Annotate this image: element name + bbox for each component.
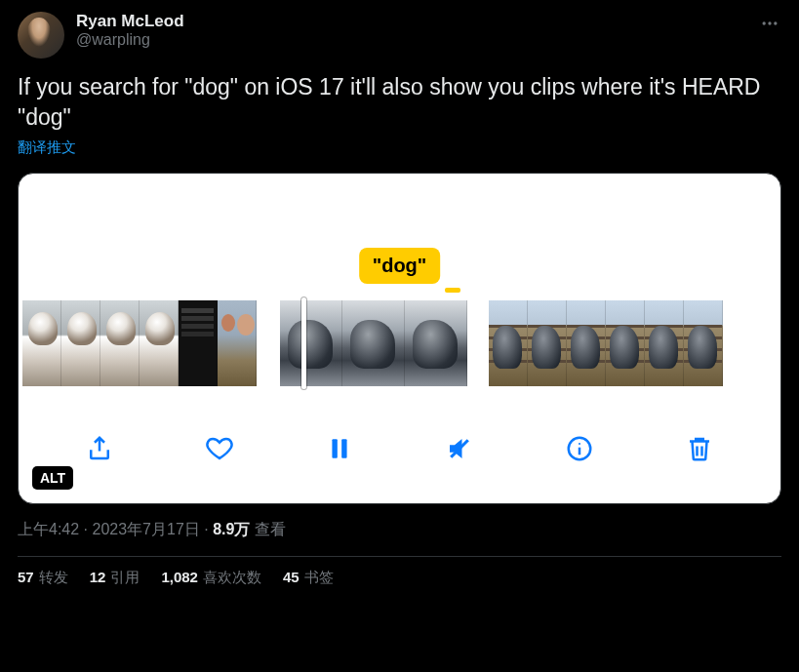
svg-point-0 [763, 21, 766, 24]
search-keyword-pill: "dog" [359, 248, 441, 284]
delete-button[interactable] [678, 427, 721, 470]
display-name: Ryan McLeod [76, 12, 781, 31]
clip-group-3 [489, 300, 723, 386]
svg-point-2 [774, 21, 777, 24]
avatar[interactable] [18, 12, 64, 59]
like-button[interactable] [198, 427, 241, 470]
svg-point-1 [768, 21, 771, 24]
svg-rect-4 [341, 439, 346, 458]
retweets-count: 57 [18, 569, 34, 587]
quotes-count: 12 [90, 569, 106, 587]
video-timeline[interactable] [19, 300, 780, 386]
bookmarks-stat[interactable]: 45 书签 [283, 569, 334, 587]
views-count: 8.9万 [213, 521, 250, 537]
timeline-frame [342, 300, 405, 386]
post-date: 2023年7月17日 [92, 521, 199, 537]
divider [18, 556, 781, 557]
author-names[interactable]: Ryan McLeod @warpling [76, 12, 781, 49]
svg-point-6 [579, 443, 580, 445]
timeline-frame [684, 300, 723, 386]
clip-group-2 [280, 300, 467, 386]
translate-link[interactable]: 翻译推文 [18, 138, 781, 157]
timeline-frame [22, 300, 61, 386]
timeline-frame [606, 300, 645, 386]
mute-button[interactable] [438, 427, 481, 470]
tweet-container: Ryan McLeod @warpling If you search for … [0, 0, 799, 587]
media-toolbar [19, 421, 780, 476]
tweet-text: If you search for "dog" on iOS 17 it'll … [18, 72, 781, 133]
playhead[interactable] [301, 297, 306, 389]
quotes-label: 引用 [110, 569, 140, 587]
post-time: 上午4:42 [18, 521, 79, 537]
timeline-frame [528, 300, 567, 386]
likes-stat[interactable]: 1,082 喜欢次数 [161, 569, 261, 587]
timeline-frame [179, 300, 218, 386]
timeline-frame [100, 300, 140, 386]
retweets-stat[interactable]: 57 转发 [18, 569, 68, 587]
timeline-frame [140, 300, 179, 386]
views-label: 查看 [255, 521, 286, 537]
pause-button[interactable] [318, 427, 361, 470]
tweet-header: Ryan McLeod @warpling [18, 12, 781, 59]
quotes-stat[interactable]: 12 引用 [90, 569, 140, 587]
meta-sep: · [79, 521, 92, 537]
keyword-marker [445, 288, 460, 293]
info-button[interactable] [558, 427, 601, 470]
bookmarks-label: 书签 [304, 569, 334, 587]
timeline-frame [645, 300, 684, 386]
svg-rect-3 [332, 439, 337, 458]
share-button[interactable] [78, 427, 121, 470]
alt-badge[interactable]: ALT [32, 466, 73, 490]
more-menu-button[interactable] [756, 10, 783, 37]
likes-count: 1,082 [161, 569, 198, 587]
timeline-frame [280, 300, 342, 386]
retweets-label: 转发 [39, 569, 68, 587]
timeline-frame [218, 300, 257, 386]
timeline-frame [489, 300, 528, 386]
media-attachment[interactable]: "dog" [18, 173, 781, 504]
timeline-frame [567, 300, 606, 386]
timeline-frame [61, 300, 100, 386]
meta-sep: · [200, 521, 213, 537]
clip-group-1 [22, 300, 257, 386]
timeline-frame [405, 300, 467, 386]
handle: @warpling [76, 31, 781, 49]
bookmarks-count: 45 [283, 569, 300, 587]
likes-label: 喜欢次数 [203, 569, 261, 587]
tweet-stats: 57 转发 12 引用 1,082 喜欢次数 45 书签 [18, 569, 781, 587]
tweet-meta[interactable]: 上午4:42 · 2023年7月17日 · 8.9万 查看 [18, 520, 781, 540]
